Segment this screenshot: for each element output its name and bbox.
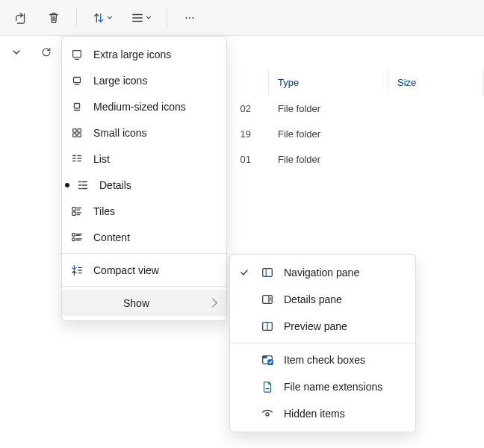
- menu-label: Small icons: [93, 127, 216, 139]
- menu-label: Medium-sized icons: [93, 101, 216, 113]
- svg-rect-7: [78, 128, 81, 132]
- type-cell: File folder: [269, 103, 388, 114]
- compact-view-icon: [69, 263, 84, 278]
- list-icon: [69, 152, 84, 167]
- refresh-button[interactable]: [34, 40, 58, 64]
- file-extensions-icon: [260, 380, 275, 393]
- submenu-item-navigation-pane[interactable]: Navigation pane: [230, 259, 415, 286]
- svg-rect-5: [74, 103, 79, 108]
- menu-label: Large icons: [93, 75, 216, 87]
- svg-rect-4: [74, 77, 81, 82]
- submenu-item-hidden-items[interactable]: Hidden items: [230, 400, 415, 427]
- menu-item-details[interactable]: Details: [62, 172, 226, 198]
- menu-item-extra-large-icons[interactable]: Extra large icons: [62, 41, 226, 67]
- small-icons-icon: [69, 125, 84, 140]
- menu-item-large-icons[interactable]: Large icons: [62, 67, 226, 93]
- command-bar: [0, 0, 484, 36]
- preview-pane-icon: [260, 320, 275, 333]
- column-header-size[interactable]: Size: [388, 69, 484, 96]
- view-menu: Extra large icons Large icons Medium-siz…: [61, 36, 227, 321]
- nav-more-button[interactable]: [4, 40, 28, 64]
- menu-item-show[interactable]: Show: [62, 290, 226, 316]
- svg-rect-14: [263, 269, 273, 277]
- submenu-label: Preview pane: [284, 320, 405, 332]
- toolbar-divider: [76, 9, 77, 27]
- submenu-item-check-boxes[interactable]: Item check boxes: [230, 346, 415, 373]
- menu-separator: [230, 343, 415, 343]
- svg-point-19: [266, 413, 269, 416]
- submenu-label: Hidden items: [284, 408, 405, 420]
- show-submenu: Navigation pane Details pane Preview pan…: [229, 254, 416, 432]
- hidden-items-icon: [260, 407, 275, 420]
- submenu-label: Details pane: [284, 293, 405, 305]
- svg-point-0: [185, 16, 187, 18]
- delete-button[interactable]: [39, 4, 69, 31]
- share-button[interactable]: [6, 4, 36, 31]
- menu-separator: [62, 253, 226, 254]
- submenu-item-details-pane[interactable]: Details pane: [230, 286, 415, 313]
- menu-separator: [62, 286, 226, 287]
- menu-label: Compact view: [93, 264, 216, 276]
- svg-rect-13: [72, 237, 75, 240]
- medium-icons-icon: [69, 99, 84, 114]
- column-header-type[interactable]: Type: [269, 69, 388, 96]
- menu-item-tiles[interactable]: Tiles: [62, 198, 226, 224]
- details-pane-icon: [260, 293, 275, 306]
- menu-label: Tiles: [93, 205, 216, 217]
- toolbar-divider: [167, 9, 167, 27]
- svg-rect-15: [263, 296, 273, 304]
- type-cell: File folder: [269, 154, 388, 165]
- svg-rect-6: [73, 128, 77, 132]
- type-cell: File folder: [269, 128, 388, 140]
- navigation-pane-icon: [260, 266, 275, 279]
- submenu-label: Item check boxes: [284, 354, 405, 366]
- bullet-indicator-icon: [65, 183, 69, 187]
- checkmark-icon: [238, 267, 251, 278]
- extra-large-icons-icon: [69, 47, 84, 62]
- check-boxes-icon: [260, 353, 275, 367]
- svg-rect-11: [72, 211, 76, 215]
- svg-rect-10: [72, 207, 76, 211]
- sort-button[interactable]: [84, 4, 120, 31]
- menu-label: Details: [99, 179, 216, 191]
- submenu-label: File name extensions: [284, 381, 405, 393]
- submenu-item-preview-pane[interactable]: Preview pane: [230, 313, 415, 340]
- menu-label: Content: [93, 231, 216, 243]
- menu-label: List: [93, 153, 216, 165]
- menu-item-medium-icons[interactable]: Medium-sized icons: [62, 93, 226, 119]
- svg-rect-3: [73, 50, 81, 57]
- menu-item-compact-view[interactable]: Compact view: [62, 257, 226, 283]
- submenu-item-file-extensions[interactable]: File name extensions: [230, 373, 415, 400]
- large-icons-icon: [69, 73, 84, 88]
- svg-point-1: [189, 16, 190, 18]
- content-icon: [69, 230, 84, 245]
- svg-rect-8: [73, 133, 77, 137]
- menu-item-small-icons[interactable]: Small icons: [62, 119, 226, 146]
- tiles-icon: [69, 204, 84, 219]
- svg-point-2: [192, 16, 193, 18]
- details-icon: [75, 178, 90, 193]
- view-button[interactable]: [123, 4, 159, 31]
- submenu-label: Navigation pane: [284, 267, 405, 279]
- svg-rect-9: [78, 133, 81, 137]
- more-button[interactable]: [175, 4, 205, 31]
- menu-label: Show: [93, 297, 194, 309]
- menu-item-list[interactable]: List: [62, 146, 226, 172]
- menu-label: Extra large icons: [93, 49, 216, 60]
- blank-icon: [69, 296, 84, 311]
- menu-item-content[interactable]: Content: [62, 224, 226, 250]
- svg-rect-12: [72, 233, 75, 236]
